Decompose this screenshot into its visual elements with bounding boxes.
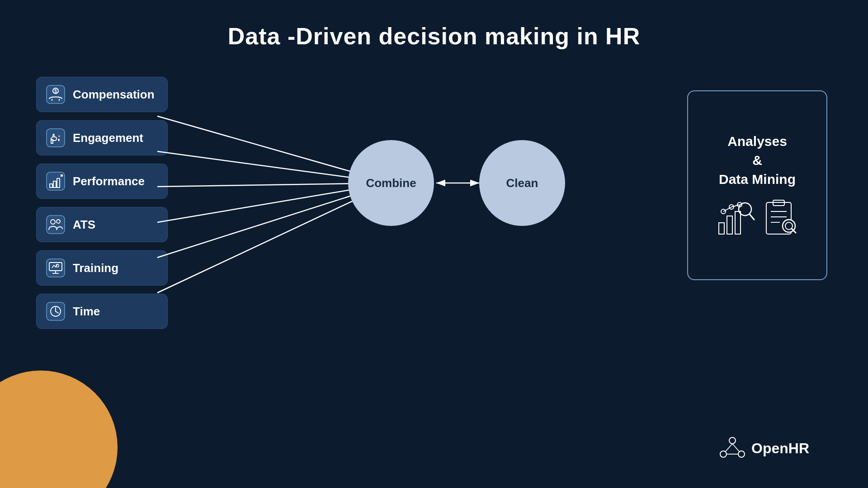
- svg-rect-9: [47, 216, 65, 234]
- openhr-logo-icon: [719, 436, 746, 461]
- orange-blob-decoration: [0, 371, 118, 488]
- svg-text:+: +: [58, 134, 61, 139]
- compensation-icon: $: [45, 84, 66, 105]
- performance-label: Performance: [73, 174, 145, 188]
- time-icon: [45, 300, 66, 322]
- svg-line-32: [750, 214, 754, 220]
- source-item-training: Training: [36, 250, 168, 286]
- svg-rect-25: [735, 211, 741, 234]
- analysis-title: Analyses & Data Mining: [719, 132, 796, 189]
- combine-label: Combine: [366, 176, 416, 190]
- analysis-box: Analyses & Data Mining: [687, 90, 827, 280]
- source-item-time: Time: [36, 294, 168, 329]
- combine-circle: Combine: [348, 140, 434, 226]
- openhr-logo-text: OpenHR: [751, 440, 809, 457]
- engagement-icon: +: [45, 127, 66, 149]
- clean-circle: Clean: [479, 140, 565, 226]
- training-icon: [45, 257, 66, 279]
- ats-label: ATS: [73, 218, 95, 232]
- svg-rect-3: [47, 129, 65, 147]
- time-label: Time: [73, 305, 100, 319]
- source-item-engagement: + Engagement: [36, 120, 168, 155]
- source-list: $ Compensation + Engagement: [36, 77, 168, 329]
- source-item-compensation: $ Compensation: [36, 77, 168, 112]
- openhr-logo: OpenHR: [719, 436, 809, 461]
- source-item-performance: Performance: [36, 164, 168, 199]
- svg-point-43: [738, 451, 745, 457]
- page-title: Data -Driven decision making in HR: [0, 0, 868, 50]
- engagement-label: Engagement: [73, 131, 143, 145]
- clipboard-mining-icon: [764, 198, 800, 239]
- svg-line-44: [726, 444, 732, 451]
- source-item-ats: ATS: [36, 207, 168, 242]
- training-label: Training: [73, 261, 118, 275]
- svg-rect-23: [719, 223, 724, 234]
- svg-text:$: $: [54, 89, 57, 94]
- svg-line-45: [732, 444, 739, 451]
- svg-point-42: [720, 451, 726, 457]
- ats-icon: [45, 214, 66, 235]
- analysis-icons: [714, 198, 800, 239]
- performance-icon: [45, 170, 66, 192]
- chart-analysis-icon: [714, 198, 755, 239]
- svg-rect-24: [727, 216, 732, 234]
- clean-label: Clean: [506, 176, 538, 190]
- svg-point-41: [729, 437, 736, 444]
- compensation-label: Compensation: [73, 88, 155, 102]
